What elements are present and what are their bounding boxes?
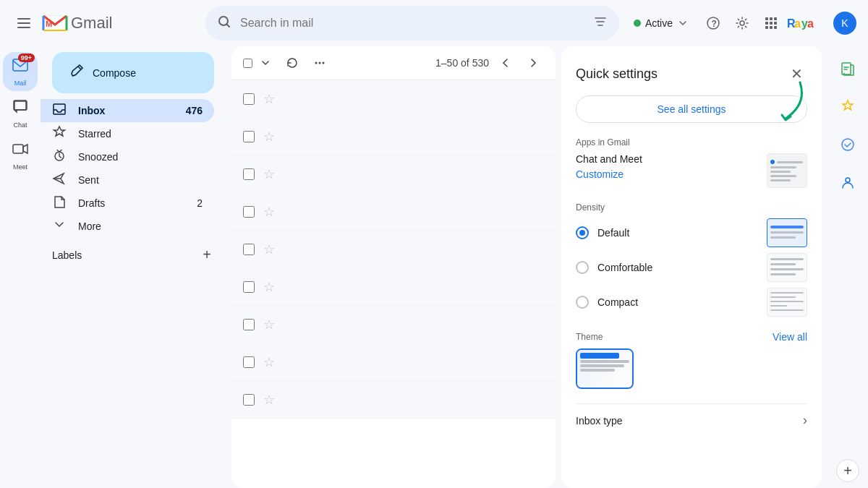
prev-page-button[interactable]	[495, 52, 516, 74]
customize-link[interactable]: Customize	[576, 168, 624, 180]
svg-rect-0	[17, 18, 30, 20]
email-list: 1–50 of 530 ☆ ☆ ☆ ☆ ☆ ☆ ☆	[231, 46, 556, 488]
row-checkbox[interactable]	[243, 131, 255, 142]
add-label-button[interactable]: +	[200, 244, 214, 266]
preview-line-4	[770, 305, 787, 307]
preview-line-1	[770, 226, 804, 228]
apps-preview	[767, 153, 807, 188]
svg-rect-16	[774, 26, 777, 29]
row-checkbox[interactable]	[243, 356, 255, 368]
see-all-settings-button[interactable]: See all settings	[576, 95, 807, 123]
default-radio-inner	[579, 230, 585, 236]
star-button[interactable]: ☆	[260, 201, 278, 223]
apps-section-title: Apps in Gmail	[576, 137, 807, 147]
density-option-default[interactable]: Default	[576, 218, 807, 247]
star-button[interactable]: ☆	[260, 88, 278, 110]
avatar[interactable]: K	[833, 12, 856, 35]
inbox-count: 476	[186, 105, 203, 116]
row-checkbox[interactable]	[243, 319, 255, 330]
search-filter-icon[interactable]	[593, 14, 608, 33]
compose-button[interactable]: Compose	[52, 52, 214, 93]
more-actions-button[interactable]	[309, 52, 331, 74]
settings-button[interactable]	[729, 10, 755, 36]
row-checkbox[interactable]	[243, 244, 255, 255]
svg-text:a: a	[794, 17, 801, 30]
star-button[interactable]: ☆	[260, 389, 278, 411]
right-icon-tasks[interactable]	[830, 127, 865, 162]
table-row[interactable]: ☆	[231, 343, 556, 381]
row-checkbox[interactable]	[243, 168, 255, 180]
next-page-button[interactable]	[522, 52, 544, 74]
star-button[interactable]: ☆	[260, 239, 278, 260]
row-checkbox[interactable]	[243, 206, 255, 218]
density-option-comfortable[interactable]: Comfortable	[576, 253, 807, 282]
view-all-link[interactable]: View all	[773, 331, 807, 343]
row-checkbox[interactable]	[243, 394, 255, 406]
mail-label: Mail	[14, 80, 27, 87]
star-button[interactable]: ☆	[260, 314, 278, 335]
select-dropdown-button[interactable]	[255, 53, 276, 73]
snoozed-icon	[52, 148, 67, 166]
nav-item-starred[interactable]: Starred	[41, 122, 214, 145]
pagination-label: 1–50 of 530	[435, 57, 489, 69]
preview-line-4	[770, 273, 796, 275]
compact-radio[interactable]	[576, 296, 589, 309]
table-row[interactable]: ☆	[231, 155, 556, 193]
inbox-type-section[interactable]: Inbox type ›	[576, 403, 807, 437]
svg-point-27	[319, 62, 321, 64]
star-button[interactable]: ☆	[260, 163, 278, 185]
density-option-compact[interactable]: Compact	[576, 288, 807, 317]
nav-item-more[interactable]: More	[41, 215, 214, 238]
quick-settings-close-button[interactable]: ✕	[786, 61, 807, 87]
right-icon-keep[interactable]	[830, 90, 865, 124]
sent-label: Sent	[78, 174, 203, 186]
table-row[interactable]: ☆	[231, 268, 556, 306]
compact-preview	[767, 288, 807, 317]
row-checkbox[interactable]	[243, 281, 255, 293]
row-checkbox[interactable]	[243, 93, 255, 105]
inbox-icon	[52, 102, 67, 120]
quick-settings-title: Quick settings	[576, 67, 658, 82]
sidebar-item-chat[interactable]: Chat	[3, 94, 38, 133]
right-icon-contacts[interactable]	[830, 165, 865, 200]
nav-item-inbox[interactable]: Inbox 476	[41, 99, 214, 122]
theme-preview[interactable]	[576, 348, 634, 389]
table-row[interactable]: ☆	[231, 231, 556, 268]
email-list-toolbar: 1–50 of 530	[231, 46, 556, 80]
sidebar-item-mail[interactable]: 99+ Mail	[3, 52, 38, 91]
chat-label: Chat	[13, 121, 27, 129]
preview-line-1	[770, 258, 804, 260]
add-sidebar-button[interactable]: +	[836, 459, 859, 482]
pagination: 1–50 of 530	[435, 52, 544, 74]
preview-line-3	[770, 268, 804, 270]
raya-logo[interactable]: R a y a	[787, 13, 830, 33]
table-row[interactable]: ☆	[231, 381, 556, 419]
default-radio[interactable]	[576, 226, 589, 239]
right-icon-docs[interactable]	[830, 52, 865, 87]
comfortable-radio[interactable]	[576, 261, 589, 274]
table-row[interactable]: ☆	[231, 80, 556, 118]
status-button[interactable]: Active	[625, 13, 697, 33]
star-button[interactable]: ☆	[260, 351, 278, 373]
nav-item-snoozed[interactable]: Snoozed	[41, 145, 214, 168]
star-button[interactable]: ☆	[260, 126, 278, 147]
inbox-label: Inbox	[78, 105, 174, 116]
star-button[interactable]: ☆	[260, 276, 278, 298]
help-button[interactable]: ?	[700, 10, 726, 36]
inbox-type-label: Inbox type	[576, 415, 623, 427]
apps-in-gmail: Chat and Meet Customize	[576, 153, 807, 188]
gmail-logo-text: Gmail	[71, 14, 112, 33]
nav-item-drafts[interactable]: Drafts 2	[41, 192, 214, 215]
topbar: M Gmail Active	[0, 0, 868, 46]
table-row[interactable]: ☆	[231, 118, 556, 155]
sidebar-item-meet[interactable]: Meet	[3, 136, 38, 175]
select-all-checkbox[interactable]	[243, 59, 252, 68]
table-row[interactable]: ☆	[231, 193, 556, 231]
starred-label: Starred	[78, 128, 203, 140]
table-row[interactable]: ☆	[231, 306, 556, 343]
hamburger-button[interactable]	[12, 11, 36, 35]
search-input[interactable]	[240, 17, 584, 30]
refresh-button[interactable]	[281, 52, 303, 74]
apps-button[interactable]	[758, 10, 784, 36]
nav-item-sent[interactable]: Sent	[41, 168, 214, 192]
